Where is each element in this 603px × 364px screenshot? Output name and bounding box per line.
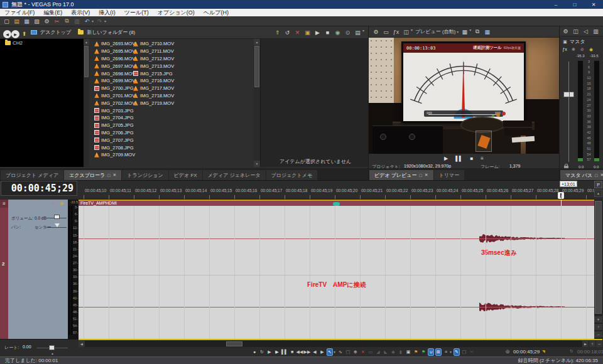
cursor-timecode-display[interactable]: 00:00:45;29 [1, 181, 77, 196]
video-preview-frame[interactable]: 00:00:13:03 遅延計測ツール60fps改良版 [369, 38, 560, 154]
explorer-tab-4[interactable]: ビデオ FX [169, 170, 202, 180]
preview-overlays-button[interactable]: ▦ [460, 28, 469, 36]
stop-preview-button[interactable]: ■ [323, 28, 332, 36]
play-button[interactable]: ▶ [274, 348, 280, 356]
bus-mute-button[interactable]: ⊘ [579, 45, 586, 53]
ignore-event-grouping-button[interactable]: ⬚ [461, 348, 467, 356]
paste-button[interactable]: ▥ [72, 17, 82, 25]
menu-item-1[interactable]: ファイル(F) [0, 9, 39, 16]
new-project-button[interactable]: ▢ [2, 17, 11, 25]
file-item[interactable]: IMG_2711.MOV [133, 48, 174, 55]
scroll-left-button[interactable]: ◀ [79, 341, 85, 347]
file-item[interactable]: IMG_2708.JPG [94, 144, 135, 151]
render-as-button[interactable]: ▨ [32, 17, 41, 25]
file-item[interactable]: IMG_2696.MOV [94, 55, 135, 63]
explorer-tab-6[interactable]: プロジェクトメモ [266, 170, 318, 180]
preview-play-button[interactable]: ▶ [444, 154, 448, 163]
menu-item-7[interactable]: ヘルプ(H) [199, 9, 233, 16]
record-button[interactable]: ● [251, 348, 258, 356]
copy-button[interactable]: ⧉ [62, 17, 72, 25]
preview-settings-button[interactable]: ⚙ [371, 28, 381, 36]
file-item[interactable]: IMG_2710.MOV [133, 40, 174, 48]
new-folder-button[interactable]: ▣ [303, 28, 312, 36]
redo-dropdown[interactable]: ▾ [104, 19, 106, 23]
tab-float-button[interactable]: □ [595, 173, 597, 178]
redo-button[interactable]: ↷ [95, 17, 104, 25]
file-item[interactable]: IMG_2717.MOV [133, 85, 174, 92]
file-item[interactable]: IMG_2706.JPG [94, 129, 135, 137]
delete-button[interactable]: ✕ [360, 348, 366, 356]
back-button[interactable]: ◀ [3, 30, 11, 38]
file-item[interactable]: IMG_2693.MOV [94, 40, 135, 48]
dim-output-button[interactable]: ◁ [581, 27, 590, 35]
tree-item-ch2[interactable]: CH2 [0, 39, 84, 46]
menu-item-6[interactable]: オプション(O) [153, 9, 199, 16]
file-item[interactable]: IMG_2702.MOV [94, 99, 135, 107]
file-item[interactable]: IMG_2699.MOV [94, 77, 135, 85]
split-screen-view-dropdown[interactable]: ▾ [411, 28, 413, 36]
menu-item-2[interactable]: 編集(E) [39, 9, 67, 16]
zoom-edit-tool-button[interactable]: ⊕ [352, 348, 359, 356]
tab-close-button[interactable]: ✕ [425, 173, 428, 178]
quantize-to-frames-button[interactable]: ⊞ [435, 348, 442, 356]
media-manager-button[interactable]: ⊙ [343, 28, 352, 36]
preview-overlays-dropdown[interactable]: ▾ [469, 28, 471, 36]
track-menu-icon[interactable]: ≡ [0, 200, 8, 208]
file-item[interactable]: IMG_2701.MOV [94, 92, 135, 100]
timeline-horizontal-scrollbar[interactable]: ◀ ▶ ＋ − [79, 341, 602, 347]
file-item[interactable]: IMG_2705.JPG [94, 122, 135, 129]
maximize-button[interactable]: □ [565, 0, 584, 9]
previous-frame-button[interactable]: ◀ [312, 348, 318, 356]
master-tab-1[interactable]: マスタ バス□✕ [560, 170, 603, 180]
normal-edit-tool-dropdown[interactable]: ▾ [334, 350, 335, 354]
preview-tab-1[interactable]: ビデオ プレビュー□✕ [369, 170, 433, 180]
pan-slider[interactable] [46, 227, 67, 228]
split-button[interactable]: ✂ [469, 348, 475, 356]
delete-file-button[interactable]: ✕ [293, 28, 302, 36]
file-list-scrollbar[interactable]: ▲ ▼ [254, 39, 260, 167]
refresh-button[interactable]: ↺ [283, 28, 292, 36]
preview-stop-button[interactable]: ■ [470, 154, 473, 163]
normal-edit-tool-button[interactable]: ↖ [327, 348, 333, 356]
preview-quality-selector[interactable]: プレビュー (自動) [415, 28, 455, 35]
loop-length-value[interactable]: 00:00:18;03 [577, 349, 603, 355]
file-item[interactable]: IMG_2697.MOV [94, 62, 135, 70]
auto-preview-button[interactable]: ◉ [333, 28, 342, 36]
save-snapshot-button[interactable]: ▦ [482, 28, 492, 36]
event-marker[interactable] [333, 202, 340, 206]
external-monitor-button[interactable]: ▭ [381, 28, 391, 36]
file-item[interactable]: IMG_2716.MOV [133, 77, 174, 85]
bus-solo-button[interactable]: ◉ [587, 45, 595, 53]
file-item[interactable]: IMG_2704.JPG [94, 114, 135, 122]
address-folder[interactable]: 新しいフォルダー (8) [87, 29, 135, 36]
go-to-start-button[interactable]: ◀◀ [296, 348, 303, 356]
file-item[interactable]: IMG_2695.MOV [94, 48, 135, 55]
scroll-right-button[interactable]: ▶ [582, 341, 589, 347]
play-from-start-button[interactable]: ▶ [266, 348, 273, 356]
tab-float-button[interactable]: □ [420, 173, 422, 178]
explorer-tab-1[interactable]: プロジェクト メディア [1, 170, 63, 180]
file-item[interactable]: IMG_2700.JPG [94, 85, 135, 92]
mixer-view-button[interactable]: ▥ [591, 27, 600, 35]
downmix-output-button[interactable]: ◫ [571, 27, 580, 35]
address-desktop[interactable]: デスクトップ [40, 29, 71, 36]
auto-ripple-dropdown[interactable]: ▾ [450, 350, 452, 354]
start-preview-button[interactable]: ▶ [313, 28, 322, 36]
folder-up-button[interactable]: ⬆ [19, 29, 29, 38]
fade-out-button[interactable]: ◣ [383, 348, 389, 356]
loop-playback-button[interactable]: ↻ [259, 348, 265, 356]
file-item[interactable]: IMG_2707.JPG [94, 136, 135, 144]
split-screen-view-button[interactable]: ◫ [401, 28, 411, 36]
file-item[interactable]: IMG_2715.JPG [133, 70, 174, 77]
tab-close-button[interactable]: ✕ [112, 173, 116, 178]
file-item[interactable]: IMG_2703.JPG [94, 107, 135, 114]
file-item[interactable]: IMG_2718.MOV [133, 92, 174, 100]
scrollbar-handle[interactable] [226, 341, 242, 346]
file-item[interactable]: IMG_2719.MOV [133, 99, 174, 107]
go-to-end-button[interactable]: ▶▶ [304, 348, 310, 356]
save-project-button[interactable]: ▦ [22, 17, 31, 25]
enable-snapping-button[interactable]: ∪ [428, 348, 434, 356]
insert-marker-button[interactable]: ⚑ [413, 348, 419, 356]
tab-close-button[interactable]: ✕ [600, 173, 603, 178]
zoom-in-button[interactable]: ＋ [589, 341, 595, 347]
